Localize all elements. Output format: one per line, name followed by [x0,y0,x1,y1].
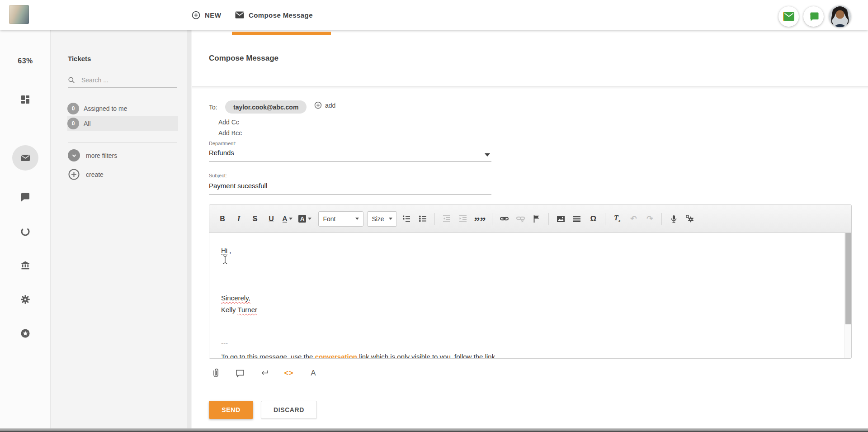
filter-label: All [84,120,91,127]
text-cursor-icon [222,255,228,265]
sidebar-item-chats[interactable] [20,192,31,203]
to-label: To: [209,104,217,111]
sidebar-item-reports[interactable] [20,226,31,237]
redo-button[interactable]: ↷ [643,211,656,227]
add-recipient-button[interactable]: add [314,101,335,109]
background-color-button[interactable]: A [297,211,313,227]
create-ticket-button[interactable]: create [68,168,104,180]
more-filters-label: more filters [86,152,117,159]
dashboard-icon [20,94,31,105]
star-icon [20,328,31,339]
special-char-button[interactable]: Ω [586,211,600,227]
create-label: create [86,171,104,178]
add-cc-button[interactable]: Add Cc [218,119,239,126]
separator-text: --- [221,339,228,347]
font-select[interactable]: Font [318,211,363,227]
new-chat-button[interactable] [803,6,824,27]
loop-icon [20,226,31,237]
undo-button[interactable]: ↶ [627,211,640,227]
tab-compose-message[interactable]: Compose Message [235,0,313,30]
sidebar-item-gamification[interactable] [20,328,31,339]
sidebar-item-settings[interactable] [20,294,31,305]
anchor-flag-button[interactable] [530,211,543,227]
search-input[interactable] [81,76,167,84]
filter-assigned-to-me[interactable]: 0 Assigned to me [67,101,178,116]
field-underline [209,194,491,195]
comment-bubble-icon [236,369,245,378]
blockquote-button[interactable]: ”” [472,211,487,227]
page-title: Compose Message [209,54,278,63]
discard-button[interactable]: DISCARD [261,401,317,419]
insert-image-button[interactable] [554,211,567,227]
bank-icon [20,260,31,271]
toolbar-separator [548,213,549,225]
more-filters-button[interactable]: more filters [68,149,117,161]
editor-scrollbar[interactable] [844,233,851,358]
department-select[interactable]: Refunds [209,149,234,157]
toolbar-separator [434,213,435,225]
bullet-list-button[interactable] [416,211,429,227]
caret-down-icon [289,218,292,220]
text-color-button[interactable]: A [281,211,294,227]
size-select[interactable]: Size [367,211,397,227]
toolbar-separator [661,213,662,225]
settings-gear-icon [686,215,694,223]
filter-label: Assigned to me [84,105,127,112]
insert-newline-button[interactable] [258,366,271,380]
caret-down-icon [308,218,311,220]
spellcheck-settings-button[interactable] [683,211,697,227]
add-bcc-button[interactable]: Add Bcc [218,129,242,137]
gear-icon [20,294,31,305]
sidebar-item-customers[interactable] [20,260,31,271]
envelope-icon [235,11,244,19]
horizontal-rule-button[interactable] [570,211,584,227]
outdent-button[interactable] [440,211,453,227]
mail-icon [20,152,31,163]
signature-text: Kelly Turner [221,304,257,316]
ordered-list-button[interactable] [400,211,413,227]
source-code-icon: <> [284,369,294,377]
indent-button[interactable] [456,211,470,227]
canned-message-button[interactable] [233,366,247,380]
attach-file-button[interactable] [209,366,222,380]
insert-link-button[interactable] [497,211,511,227]
toolbar-separator [492,213,492,225]
editor-body[interactable]: Hi , Sincerely, Kelly Turner --- To go t… [209,233,851,358]
sidebar-item-tickets[interactable] [20,152,31,163]
caret-down-icon[interactable] [485,153,490,157]
green-chat-icon [809,12,819,21]
sidebar-item-dashboard[interactable] [20,94,31,105]
active-tab-underline [232,32,331,35]
strikethrough-button[interactable]: S [248,211,262,227]
footer-link[interactable]: conversation [315,353,357,358]
remove-format-button[interactable]: Tx [610,211,624,227]
flag-icon [533,215,540,223]
remove-link-button[interactable] [514,211,527,227]
bold-button[interactable]: B [216,211,229,227]
plain-text-icon: A [311,369,316,378]
dictate-button[interactable] [667,211,680,227]
app-logo[interactable] [9,5,29,24]
scrollbar-thumb[interactable] [845,233,851,324]
caret-down-icon [389,218,392,220]
tickets-title: Tickets [68,55,91,62]
tickets-scrollbar[interactable] [187,30,191,428]
tab-new[interactable]: NEW [192,0,221,30]
subject-input[interactable]: Payment sucessfull [209,182,267,190]
send-button[interactable]: SEND [209,401,253,419]
count-badge: 0 [67,118,79,129]
field-underline [209,161,491,162]
caret-down-icon [355,218,359,220]
source-code-button[interactable]: <> [282,366,296,380]
underline-button[interactable]: U [264,211,278,227]
image-icon [557,215,565,223]
clipped-footer-note: To go to this message, use the conversat… [221,352,827,358]
italic-button[interactable]: I [232,211,245,227]
signoff-text: Sincerely, [221,294,250,302]
recipient-chip[interactable]: taylor.cook@abc.com [225,100,307,114]
user-avatar[interactable] [829,5,851,27]
signature-block: Sincerely, Kelly Turner [221,292,257,316]
new-email-button[interactable] [778,6,799,27]
filter-all[interactable]: 0 All [67,116,178,131]
plain-text-button[interactable]: A [307,366,320,380]
